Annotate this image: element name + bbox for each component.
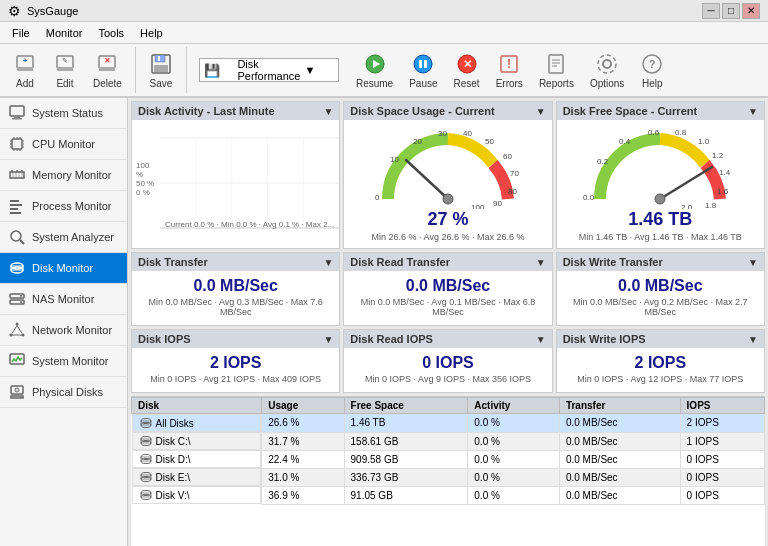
disk-write-transfer-value: 0.0 MB/Sec — [618, 277, 702, 295]
window-title: SysGauge — [27, 5, 78, 17]
sidebar-item-disk-monitor[interactable]: Disk Monitor — [0, 253, 127, 284]
profile-dropdown[interactable]: 💾 Disk Performance ▼ — [199, 58, 339, 82]
sidebar-item-process-monitor[interactable]: Process Monitor — [0, 191, 127, 222]
svg-text:✕: ✕ — [104, 56, 111, 65]
process-icon — [8, 197, 26, 215]
delete-icon: ✕ — [95, 52, 119, 76]
physical-disks-label: Physical Disks — [32, 386, 103, 398]
cell-usage: 36.9 % — [262, 486, 344, 504]
disk-write-iops-arrow-icon[interactable]: ▼ — [748, 334, 758, 345]
svg-rect-12 — [158, 56, 160, 61]
cell-disk: Disk D:\ — [132, 450, 262, 468]
cell-transfer: 0.0 MB/Sec — [559, 450, 680, 468]
table-row[interactable]: All Disks 26.6 % 1.46 TB 0.0 % 0.0 MB/Se… — [132, 414, 765, 433]
cell-free: 336.73 GB — [344, 468, 468, 486]
edit-button[interactable]: ✎ Edit — [46, 47, 84, 93]
svg-text:1.8: 1.8 — [705, 201, 717, 209]
y-axis-labels: 100 % 50 % 0 % — [132, 157, 160, 211]
disk-write-transfer-arrow-icon[interactable]: ▼ — [748, 257, 758, 268]
reset-button[interactable]: ✕ Reset — [447, 47, 487, 93]
menu-file[interactable]: File — [4, 25, 38, 41]
reports-button[interactable]: Reports — [532, 47, 581, 93]
menu-tools[interactable]: Tools — [90, 25, 132, 41]
disk-transfer-arrow-icon[interactable]: ▼ — [323, 257, 333, 268]
save-icon — [149, 52, 173, 76]
maximize-button[interactable]: □ — [722, 3, 740, 19]
minimize-button[interactable]: ─ — [702, 3, 720, 19]
sidebar: System Status CPU Monitor Memory Monitor… — [0, 98, 128, 546]
table-row[interactable]: Disk V:\ 36.9 % 91.05 GB 0.0 % 0.0 MB/Se… — [132, 486, 765, 504]
disk-write-iops-subtext: Min 0 IOPS · Avg 12 IOPS · Max 77 IOPS — [573, 372, 747, 386]
disk-read-transfer-subtext: Min 0.0 MB/Sec · Avg 0.1 MB/Sec · Max 6.… — [350, 295, 545, 319]
disk-free-body: 0.0 0.2 0.4 0.6 0.8 1.0 1.2 1.4 1.6 1.8 — [557, 120, 764, 248]
sidebar-item-system-monitor[interactable]: System Monitor — [0, 346, 127, 377]
pause-button[interactable]: Pause — [402, 47, 444, 93]
disk-space-arrow-icon[interactable]: ▼ — [536, 106, 546, 117]
close-button[interactable]: ✕ — [742, 3, 760, 19]
svg-text:0.0: 0.0 — [583, 193, 595, 202]
svg-rect-4 — [57, 67, 73, 71]
disk-write-iops-header: Disk Write IOPS ▼ — [557, 330, 764, 348]
sidebar-item-nas-monitor[interactable]: NAS Monitor — [0, 284, 127, 315]
network-monitor-label: Network Monitor — [32, 324, 112, 336]
svg-rect-57 — [10, 212, 21, 214]
svg-point-15 — [414, 55, 432, 73]
system-status-icon — [8, 104, 26, 122]
resume-icon — [363, 52, 387, 76]
disk-read-transfer-body: 0.0 MB/Sec Min 0.0 MB/Sec · Avg 0.1 MB/S… — [344, 271, 551, 325]
system-monitor-label: System Monitor — [32, 355, 108, 367]
svg-text:✕: ✕ — [462, 58, 471, 70]
disk-read-iops-arrow-icon[interactable]: ▼ — [536, 334, 546, 345]
svg-text:60: 60 — [503, 152, 512, 161]
svg-text:40: 40 — [463, 129, 472, 138]
disk-activity-title: Disk Activity - Last Minute — [138, 105, 275, 117]
cell-transfer: 0.0 MB/Sec — [559, 432, 680, 450]
menu-help[interactable]: Help — [132, 25, 171, 41]
disk-free-arrow-icon[interactable]: ▼ — [748, 106, 758, 117]
disk-read-transfer-value: 0.0 MB/Sec — [406, 277, 490, 295]
svg-text:70: 70 — [510, 169, 519, 178]
disk-transfer-card: Disk Transfer ▼ 0.0 MB/Sec Min 0.0 MB/Se… — [131, 252, 340, 326]
sidebar-item-system-status[interactable]: System Status — [0, 98, 127, 129]
disk-data-table: Disk Usage Free Space Activity Transfer … — [131, 397, 765, 505]
svg-text:!: ! — [507, 57, 511, 71]
disk-iops-body: 2 IOPS Min 0 IOPS · Avg 21 IOPS · Max 40… — [132, 348, 339, 392]
disk-iops-title: Disk IOPS — [138, 333, 191, 345]
memory-icon — [8, 166, 26, 184]
disk-free-subtext: Min 1.46 TB · Avg 1.46 TB · Max 1.46 TB — [575, 230, 746, 244]
col-usage: Usage — [262, 398, 344, 414]
sidebar-item-system-analyzer[interactable]: System Analyzer — [0, 222, 127, 253]
cell-transfer: 0.0 MB/Sec — [559, 414, 680, 433]
svg-text:1.4: 1.4 — [719, 168, 731, 177]
disk-iops-subtext: Min 0 IOPS · Avg 21 IOPS · Max 409 IOPS — [146, 372, 325, 386]
table-row[interactable]: Disk C:\ 31.7 % 158.61 GB 0.0 % 0.0 MB/S… — [132, 432, 765, 450]
options-button[interactable]: Options — [583, 47, 631, 93]
disk-read-transfer-title: Disk Read Transfer — [350, 256, 450, 268]
disk-activity-arrow-icon[interactable]: ▼ — [323, 106, 333, 117]
disk-iops-arrow-icon[interactable]: ▼ — [323, 334, 333, 345]
resume-button[interactable]: Resume — [349, 47, 400, 93]
add-button[interactable]: + Add — [6, 47, 44, 93]
sidebar-item-physical-disks[interactable]: Physical Disks — [0, 377, 127, 408]
errors-button[interactable]: ! Errors — [489, 47, 530, 93]
cell-usage: 31.0 % — [262, 468, 344, 486]
sidebar-item-network-monitor[interactable]: Network Monitor — [0, 315, 127, 346]
gauge-svg-free: 0.0 0.2 0.4 0.6 0.8 1.0 1.2 1.4 1.6 1.8 — [575, 124, 745, 209]
disk-read-iops-body: 0 IOPS Min 0 IOPS · Avg 9 IOPS · Max 356… — [344, 348, 551, 392]
help-button[interactable]: ? Help — [633, 47, 671, 93]
disk-space-gauge: 0 10 20 30 40 50 60 70 80 90 100 — [348, 124, 547, 209]
svg-line-59 — [20, 240, 24, 244]
sidebar-item-cpu-monitor[interactable]: CPU Monitor — [0, 129, 127, 160]
svg-rect-31 — [14, 116, 20, 118]
disk-read-transfer-arrow-icon[interactable]: ▼ — [536, 257, 546, 268]
svg-text:+: + — [23, 56, 28, 65]
delete-button[interactable]: ✕ Delete — [86, 47, 129, 93]
svg-text:10: 10 — [390, 155, 399, 164]
menu-monitor[interactable]: Monitor — [38, 25, 91, 41]
save-button[interactable]: Save — [142, 47, 180, 93]
table-row[interactable]: Disk D:\ 22.4 % 909.58 GB 0.0 % 0.0 MB/S… — [132, 450, 765, 468]
sidebar-item-memory-monitor[interactable]: Memory Monitor — [0, 160, 127, 191]
table-row[interactable]: Disk E:\ 31.0 % 336.73 GB 0.0 % 0.0 MB/S… — [132, 468, 765, 486]
table-container[interactable]: Disk Usage Free Space Activity Transfer … — [131, 397, 765, 505]
svg-line-110 — [660, 167, 712, 199]
